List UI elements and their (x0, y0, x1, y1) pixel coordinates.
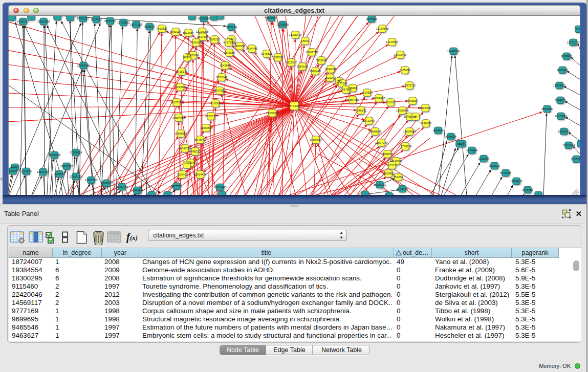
svg-text:1527602: 1527602 (91, 18, 101, 21)
svg-text:9327508: 9327508 (223, 41, 234, 44)
svg-text:12213967: 12213967 (386, 40, 398, 43)
svg-text:8912954: 8912954 (183, 31, 193, 34)
svg-text:17016504: 17016504 (562, 144, 575, 147)
svg-text:7357224: 7357224 (226, 26, 236, 29)
svg-text:8454749: 8454749 (246, 47, 257, 50)
svg-text:10958107: 10958107 (100, 182, 113, 185)
svg-text:8960124: 8960124 (170, 30, 181, 33)
svg-text:2087682: 2087682 (366, 17, 377, 20)
svg-text:5498222: 5498222 (189, 150, 200, 153)
svg-text:2367608: 2367608 (234, 45, 245, 48)
svg-text:9329966: 9329966 (561, 55, 572, 58)
svg-text:12093822: 12093822 (553, 84, 565, 87)
svg-text:9227342: 9227342 (557, 69, 568, 72)
svg-text:7986372: 7986372 (355, 109, 366, 112)
svg-text:1615132: 1615132 (386, 164, 397, 167)
svg-text:8186323: 8186323 (209, 38, 220, 41)
svg-text:8267130: 8267130 (205, 115, 216, 118)
svg-text:14099489: 14099489 (184, 161, 197, 164)
svg-text:19756928: 19756928 (399, 145, 411, 148)
svg-text:20206536: 20206536 (48, 154, 60, 157)
svg-text:12942737: 12942737 (37, 170, 49, 173)
svg-text:7632621: 7632621 (489, 164, 499, 167)
svg-text:9084067: 9084067 (382, 152, 393, 156)
svg-text:64: 64 (414, 115, 417, 118)
svg-text:39154: 39154 (9, 169, 16, 172)
svg-text:1733426: 1733426 (397, 187, 407, 190)
svg-text:10719155: 10719155 (117, 21, 129, 24)
svg-text:7955812: 7955812 (316, 59, 326, 62)
svg-text:7515524: 7515524 (144, 25, 155, 28)
svg-text:8427552: 8427552 (214, 89, 225, 92)
svg-text:19166829: 19166829 (175, 132, 187, 135)
svg-text:8958928: 8958928 (445, 135, 456, 138)
svg-text:6794028: 6794028 (325, 68, 336, 71)
svg-text:3875685: 3875685 (224, 51, 234, 54)
svg-text:9474444: 9474444 (466, 149, 477, 152)
svg-text:2718176: 2718176 (176, 70, 187, 73)
svg-text:19654983: 19654983 (172, 116, 185, 119)
svg-text:9777169: 9777169 (336, 82, 347, 85)
svg-text:85081: 85081 (11, 166, 18, 169)
svg-text:1156829: 1156829 (20, 170, 31, 173)
svg-text:16782759: 16782759 (116, 185, 128, 188)
svg-text:252254: 252254 (394, 176, 403, 179)
svg-text:1640954: 1640954 (432, 129, 443, 132)
svg-text:7625402: 7625402 (177, 173, 187, 176)
svg-text:7485063: 7485063 (399, 69, 410, 72)
svg-text:16210643: 16210643 (555, 115, 567, 118)
svg-text:10688609: 10688609 (369, 130, 381, 133)
svg-text:8471676: 8471676 (500, 171, 511, 174)
svg-text:9699695: 9699695 (420, 122, 431, 125)
svg-text:7663822: 7663822 (156, 27, 167, 30)
svg-text:12213389: 12213389 (174, 85, 186, 89)
svg-text:19218506: 19218506 (276, 23, 289, 26)
svg-text:15692971: 15692971 (558, 130, 570, 133)
svg-text:9146821: 9146821 (261, 52, 272, 55)
svg-text:20975867: 20975867 (60, 165, 73, 168)
svg-text:12923446: 12923446 (131, 189, 143, 192)
svg-text:10025488: 10025488 (396, 109, 408, 112)
svg-text:17957223: 17957223 (85, 179, 97, 182)
svg-text:20364436: 20364436 (346, 98, 359, 101)
svg-text:2803144: 2803144 (216, 76, 227, 79)
svg-text:8215958: 8215958 (541, 107, 552, 111)
svg-text:16648784: 16648784 (447, 50, 460, 53)
svg-text:3624554: 3624554 (361, 91, 372, 94)
svg-text:98901: 98901 (183, 56, 191, 59)
svg-text:25300293: 25300293 (266, 112, 278, 115)
svg-text:62160: 62160 (386, 101, 394, 104)
svg-text:18724007: 18724007 (288, 104, 300, 107)
svg-text:10654112: 10654112 (510, 180, 522, 183)
svg-text:10973493: 10973493 (394, 53, 406, 56)
svg-text:16640: 16640 (301, 39, 309, 42)
svg-text:16154808: 16154808 (376, 27, 388, 30)
svg-text:8813054: 8813054 (266, 16, 276, 19)
svg-text:15720407: 15720407 (363, 119, 375, 122)
svg-text:12505135: 12505135 (70, 175, 82, 178)
svg-text:13226058: 13226058 (196, 30, 208, 33)
svg-text:1362615: 1362615 (297, 65, 308, 68)
svg-text:9242846: 9242846 (220, 64, 230, 67)
svg-text:1621072: 1621072 (324, 76, 335, 79)
svg-text:14055721: 14055721 (17, 20, 29, 23)
svg-text:10655267: 10655267 (77, 17, 89, 20)
svg-text:10961758: 10961758 (306, 51, 318, 54)
svg-text:10807487: 10807487 (373, 97, 385, 100)
svg-text:20691406: 20691406 (37, 20, 50, 23)
svg-text:9322037: 9322037 (286, 61, 296, 64)
svg-text:16107554: 16107554 (170, 101, 183, 104)
svg-text:1112: 1112 (576, 28, 580, 31)
svg-text:16671355: 16671355 (130, 23, 142, 26)
svg-text:13524851: 13524851 (382, 172, 395, 175)
svg-text:1244415: 1244415 (555, 99, 565, 102)
svg-text:6466160: 6466160 (104, 19, 115, 23)
svg-text:9463627: 9463627 (407, 99, 418, 102)
svg-text:16914479: 16914479 (194, 173, 206, 176)
svg-text:16033809: 16033809 (198, 17, 210, 20)
svg-text:9245652: 9245652 (522, 188, 533, 191)
svg-text:9457791: 9457791 (171, 185, 182, 188)
svg-text:687: 687 (457, 142, 462, 145)
svg-text:417004: 417004 (211, 102, 220, 105)
svg-text:13325419: 13325419 (289, 33, 301, 36)
